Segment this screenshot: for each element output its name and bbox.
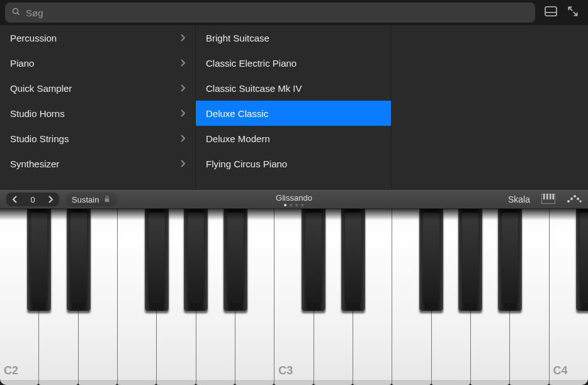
patch-column: Bright Suitcase Classic Electric Piano C… xyxy=(196,25,392,190)
arpeggio-icon[interactable] xyxy=(567,194,582,205)
svg-point-14 xyxy=(574,195,576,198)
black-key[interactable] xyxy=(458,209,482,311)
patch-label: Classic Suitcase Mk IV xyxy=(206,83,302,94)
svg-rect-6 xyxy=(105,198,110,202)
patch-label: Deluxe Classic xyxy=(206,108,268,119)
page-dots xyxy=(276,204,312,206)
octave-value: 0 xyxy=(24,195,42,204)
octave-stepper: 0 xyxy=(6,192,59,206)
svg-rect-8 xyxy=(543,194,545,199)
category-item[interactable]: Quick Sampler xyxy=(0,75,195,101)
octave-up-button[interactable] xyxy=(42,192,59,206)
patch-item[interactable]: Classic Electric Piano xyxy=(196,50,391,75)
play-mode-label: Glissando xyxy=(276,193,312,203)
sustain-label: Sustain xyxy=(72,195,99,204)
search-input[interactable] xyxy=(26,8,529,18)
octave-down-button[interactable] xyxy=(6,192,24,206)
patch-label: Flying Circus Piano xyxy=(206,159,287,169)
search-icon xyxy=(11,7,21,19)
svg-rect-10 xyxy=(550,194,551,199)
patch-item[interactable]: Bright Suitcase xyxy=(196,25,391,50)
keyboard: C2 C3 C4 xyxy=(0,209,588,385)
category-label: Synthesizer xyxy=(10,159,59,169)
search-box[interactable] xyxy=(5,3,535,23)
category-column: Percussion Piano Quick Sampler Studio Ho… xyxy=(0,25,196,190)
svg-point-13 xyxy=(570,198,573,200)
svg-rect-9 xyxy=(546,194,548,199)
patch-item[interactable]: Classic Suitcase Mk IV xyxy=(196,75,391,101)
category-item[interactable]: Piano xyxy=(0,50,195,75)
chevron-right-icon xyxy=(180,58,185,69)
svg-point-0 xyxy=(13,8,18,13)
patch-item[interactable]: Flying Circus Piano xyxy=(196,151,391,176)
keyboard-controls: 0 Sustain Glissando Skala xyxy=(0,190,588,209)
chevron-right-icon xyxy=(180,108,185,119)
chevron-right-icon xyxy=(180,33,185,43)
category-item[interactable]: Studio Strings xyxy=(0,126,195,151)
category-item[interactable]: Synthesizer xyxy=(0,151,195,176)
black-key[interactable] xyxy=(302,209,325,311)
black-key[interactable] xyxy=(419,209,443,311)
category-label: Quick Sampler xyxy=(10,83,72,94)
panel-icon[interactable] xyxy=(544,6,558,20)
key-label: C4 xyxy=(553,364,568,377)
black-key[interactable] xyxy=(184,209,208,311)
svg-rect-2 xyxy=(545,7,557,16)
detail-column xyxy=(392,25,587,190)
top-bar xyxy=(0,0,588,25)
category-label: Piano xyxy=(10,58,34,69)
black-key[interactable] xyxy=(145,209,169,311)
svg-rect-11 xyxy=(553,194,555,199)
svg-point-15 xyxy=(577,198,579,200)
svg-line-5 xyxy=(574,12,577,16)
category-item[interactable]: Percussion xyxy=(0,25,195,50)
black-key[interactable] xyxy=(67,209,91,311)
chevron-right-icon xyxy=(180,83,185,94)
lock-icon xyxy=(104,195,110,204)
patch-label: Deluxe Modern xyxy=(206,133,270,144)
category-item[interactable]: Studio Horns xyxy=(0,101,195,126)
chevron-right-icon xyxy=(180,133,185,144)
sustain-button[interactable]: Sustain xyxy=(65,192,116,206)
black-key[interactable] xyxy=(223,209,247,311)
black-key[interactable] xyxy=(341,209,365,311)
black-key[interactable] xyxy=(498,209,522,311)
svg-point-12 xyxy=(567,200,570,203)
category-label: Percussion xyxy=(10,33,57,43)
fullscreen-icon[interactable] xyxy=(567,5,579,20)
black-key[interactable] xyxy=(576,209,588,311)
play-mode[interactable]: Glissando xyxy=(276,193,312,206)
sound-browser: Percussion Piano Quick Sampler Studio Ho… xyxy=(0,25,588,190)
svg-point-16 xyxy=(579,200,581,202)
skala-button[interactable]: Skala xyxy=(508,194,530,204)
patch-label: Classic Electric Piano xyxy=(206,58,297,69)
patch-item[interactable]: Deluxe Modern xyxy=(196,126,391,151)
category-label: Studio Strings xyxy=(10,133,69,144)
key-label: C3 xyxy=(278,364,293,377)
chevron-right-icon xyxy=(180,159,185,169)
patch-item-selected[interactable]: Deluxe Classic xyxy=(196,101,391,126)
key-label: C2 xyxy=(4,364,18,377)
black-key[interactable] xyxy=(27,209,51,311)
svg-line-1 xyxy=(18,13,20,14)
keyboard-view-icon[interactable] xyxy=(541,194,555,206)
black-keys xyxy=(0,209,588,311)
category-label: Studio Horns xyxy=(10,108,65,119)
svg-line-4 xyxy=(568,7,572,11)
patch-label: Bright Suitcase xyxy=(206,33,269,43)
